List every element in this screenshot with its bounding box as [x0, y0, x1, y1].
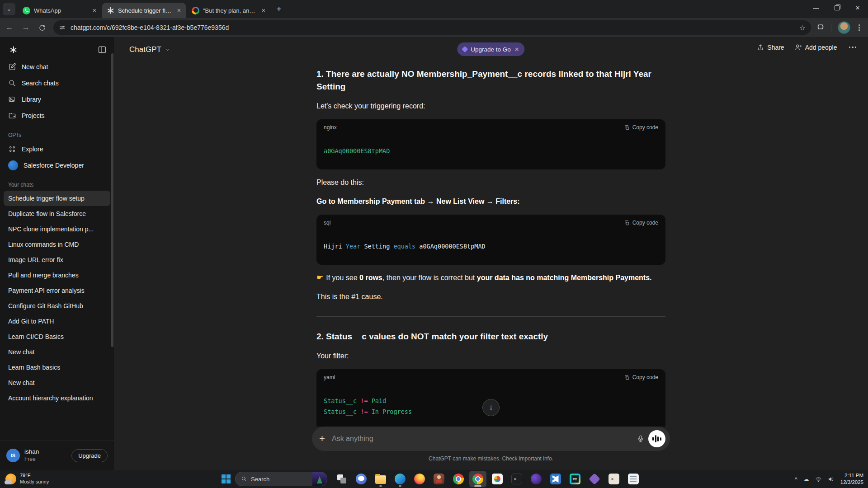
tab-close-icon[interactable]: ×: [92, 7, 97, 14]
tab-search-button[interactable]: ⌄: [3, 3, 15, 15]
notepad-icon[interactable]: [625, 471, 642, 487]
sidebar-chat-item[interactable]: Schedule trigger flow setup: [4, 191, 110, 206]
terminal-icon[interactable]: >_: [605, 471, 623, 487]
conversation-menu-icon[interactable]: [847, 45, 859, 50]
chat-transcript[interactable]: 1. There are actually NO Membership_Paym…: [114, 62, 868, 427]
diamond-icon: [462, 46, 468, 52]
sidebar-chat-item[interactable]: Pull and merge branches: [4, 267, 110, 283]
projects-folder-icon: [8, 112, 16, 120]
forward-icon[interactable]: →: [19, 21, 33, 34]
sidebar-item-new-chat[interactable]: New chat: [4, 59, 110, 75]
hidden-icons-chevron[interactable]: ^: [795, 476, 797, 483]
sidebar-toggle-icon[interactable]: [98, 45, 107, 54]
firefox-icon[interactable]: [411, 471, 428, 487]
extensions-icon[interactable]: [816, 23, 825, 32]
minimize-button[interactable]: —: [806, 0, 826, 15]
pycharm-icon[interactable]: [566, 471, 584, 487]
copy-code-button[interactable]: Copy code: [624, 220, 658, 226]
upgrade-button[interactable]: Upgrade: [71, 449, 108, 462]
copy-code-button[interactable]: Copy code: [624, 374, 658, 380]
task-view-icon[interactable]: [333, 471, 350, 487]
taskbar-search[interactable]: Search: [235, 472, 327, 486]
copy-code-button[interactable]: Copy code: [624, 124, 658, 131]
vscode-icon[interactable]: [547, 471, 564, 487]
dismiss-upgrade-icon[interactable]: ✕: [514, 46, 519, 53]
sidebar-chat-item[interactable]: New chat: [4, 375, 110, 390]
reload-icon[interactable]: [35, 21, 49, 34]
sidebar-item-salesforce-developer[interactable]: Salesforce Developer: [4, 157, 110, 174]
upgrade-to-go-pill[interactable]: Upgrade to Go ✕: [457, 42, 524, 56]
sidebar-chat-item[interactable]: Learn CI/CD Basics: [4, 329, 110, 344]
file-explorer-icon[interactable]: [372, 471, 389, 487]
tune-icon[interactable]: [59, 24, 66, 31]
tab-whatsapp[interactable]: WhatsApp ×: [17, 3, 102, 18]
media-player-icon[interactable]: [528, 471, 545, 487]
sidebar-chat-item[interactable]: New chat: [4, 344, 110, 360]
explore-grid-icon: [8, 145, 16, 153]
sidebar-chat-item[interactable]: Payment API error analysis: [4, 283, 110, 298]
account-row[interactable]: IS ishan Free Upgrade: [0, 441, 114, 470]
chat-icon[interactable]: [353, 471, 370, 487]
sidebar-item-label: Search chats: [22, 80, 59, 87]
code-block-yaml: yaml Copy code Status__c != PaidStatus__…: [316, 369, 665, 427]
gpt-avatar: [8, 160, 18, 170]
sidebar-chat-item[interactable]: Configure Git Bash GitHub: [4, 298, 110, 314]
weather-widget[interactable]: 79°F Mostly sunny: [5, 473, 100, 485]
maximize-button[interactable]: [826, 0, 847, 15]
sidebar-item-library[interactable]: Library: [4, 91, 110, 108]
visual-studio-icon[interactable]: [586, 471, 603, 487]
tab-close-icon[interactable]: ×: [261, 7, 266, 14]
close-button[interactable]: ✕: [847, 0, 868, 15]
scroll-to-bottom-button[interactable]: ↓: [482, 399, 500, 416]
tab-close-icon[interactable]: ×: [176, 7, 182, 14]
share-button[interactable]: Share: [757, 44, 784, 51]
tab-google[interactable]: "But they plan, and Allah plans. ×: [186, 3, 271, 18]
url-bar[interactable]: chatgpt.com/c/692fc8be-e104-8321-af3e-b5…: [53, 20, 811, 35]
chrome-icon[interactable]: [450, 471, 467, 487]
browser-menu-icon[interactable]: [857, 23, 862, 33]
game-icon[interactable]: [430, 471, 448, 487]
sidebar-chat-item[interactable]: Duplicate flow in Salesforce: [4, 206, 110, 221]
sidebar-chat-item[interactable]: Image URL error fix: [4, 252, 110, 267]
taskbar-clock[interactable]: 2:11 PM 12/3/2025: [840, 472, 863, 486]
sidebar-item-label: Projects: [22, 112, 45, 119]
sidebar-chat-item[interactable]: Account hierarchy explanation: [4, 390, 110, 406]
code-block-nginx: nginx Copy code a0GAq00000ES8tpMAD: [316, 119, 665, 169]
copy-icon: [624, 375, 630, 380]
volume-icon[interactable]: [828, 476, 835, 483]
bookmark-star-icon[interactable]: ☆: [799, 23, 806, 32]
weather-temp: 79°F: [20, 473, 49, 479]
sidebar-chat-item[interactable]: Learn Bash basics: [4, 360, 110, 375]
back-icon[interactable]: ←: [3, 21, 16, 34]
message-composer[interactable]: + Ask anything: [312, 427, 670, 451]
browser-profile-avatar[interactable]: [838, 21, 850, 34]
windows-start-icon[interactable]: [222, 474, 231, 483]
url-text[interactable]: chatgpt.com/c/692fc8be-e104-8321-af3e-b5…: [71, 24, 799, 31]
window-controls: — ✕: [806, 0, 868, 15]
sidebar-chat-item[interactable]: Linux commands in CMD: [4, 237, 110, 252]
sidebar-item-search-chats[interactable]: Search chats: [4, 75, 110, 91]
voice-mode-button[interactable]: [648, 430, 665, 447]
tab-chatgpt[interactable]: Schedule trigger flow setup ×: [102, 3, 186, 18]
wifi-icon[interactable]: [815, 476, 822, 483]
weather-condition: Mostly sunny: [20, 479, 49, 485]
assistant-paragraph: Please do this:: [316, 177, 665, 188]
sidebar-item-explore[interactable]: Explore: [4, 141, 110, 157]
chrome-icon[interactable]: [469, 471, 486, 487]
sidebar-chat-item[interactable]: NPC clone implementation p...: [4, 221, 110, 237]
attach-plus-icon[interactable]: +: [319, 433, 332, 445]
dictate-button[interactable]: [633, 435, 648, 443]
onedrive-cloud-icon[interactable]: ☁: [803, 476, 809, 483]
add-people-button[interactable]: Add people: [794, 43, 837, 51]
openai-logo-icon[interactable]: [8, 44, 19, 55]
sidebar-item-projects[interactable]: Projects: [4, 108, 110, 124]
new-tab-button[interactable]: +: [273, 3, 285, 15]
photos-icon[interactable]: [489, 471, 506, 487]
disclaimer-text: ChatGPT can make mistakes. Check importa…: [114, 455, 868, 462]
sidebar-scrollbar[interactable]: [111, 53, 113, 347]
sidebar-chat-item[interactable]: Add Git to PATH: [4, 314, 110, 329]
message-input[interactable]: Ask anything: [332, 435, 633, 443]
model-switcher[interactable]: ChatGPT: [126, 43, 174, 56]
edge-icon[interactable]: [392, 471, 409, 487]
cmd-icon[interactable]: >_: [508, 471, 525, 487]
